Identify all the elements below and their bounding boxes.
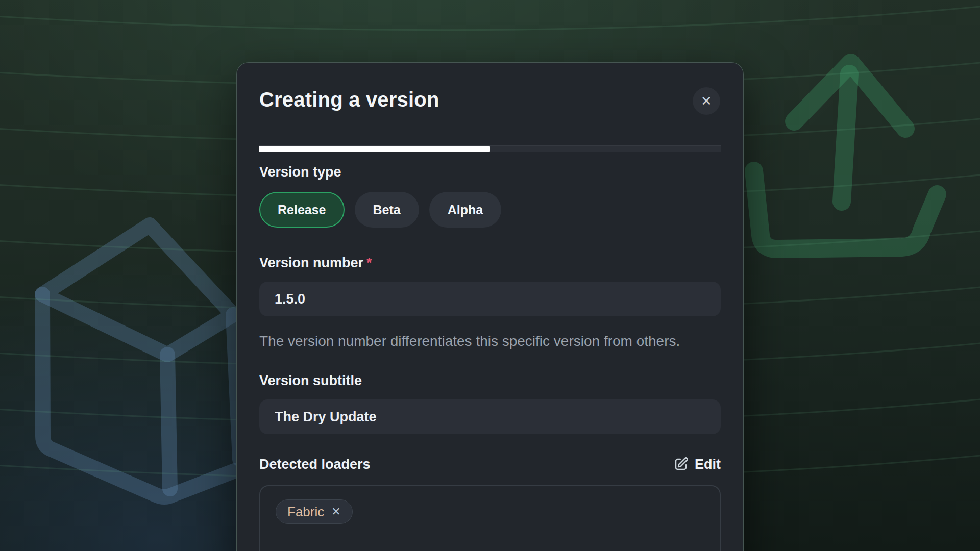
version-type-label: Version type (259, 163, 721, 181)
modal-title: Creating a version (259, 86, 721, 113)
page-background: Creating a version ✕ Version type Releas… (0, 0, 980, 551)
upload-arrow-icon (754, 63, 937, 249)
version-type-alpha-button[interactable]: Alpha (429, 192, 501, 228)
version-subtitle-input[interactable] (259, 399, 721, 434)
detected-loaders-row: Detected loaders Edit (259, 456, 721, 473)
edit-pencil-square-icon (673, 457, 689, 472)
detected-loaders-box: Fabric ✕ (259, 485, 721, 551)
edit-loaders-button[interactable]: Edit (673, 457, 721, 472)
create-version-modal: Creating a version ✕ Version type Releas… (236, 62, 744, 551)
version-type-beta-button[interactable]: Beta (355, 192, 419, 228)
version-type-release-button[interactable]: Release (259, 192, 345, 228)
version-number-help-text: The version number differentiates this s… (259, 330, 698, 353)
close-icon: ✕ (701, 94, 712, 108)
loader-chip-label: Fabric (287, 504, 324, 520)
detected-loaders-label: Detected loaders (259, 456, 371, 473)
x-icon: ✕ (331, 505, 340, 518)
version-subtitle-label: Version subtitle (259, 372, 721, 389)
close-button[interactable]: ✕ (693, 87, 720, 115)
modal-header: Creating a version ✕ (237, 63, 743, 152)
remove-loader-button[interactable]: ✕ (331, 506, 340, 517)
required-asterisk: * (366, 255, 372, 270)
loader-chip-fabric: Fabric ✕ (276, 499, 353, 524)
version-number-input[interactable] (259, 282, 721, 316)
edit-button-label: Edit (695, 457, 721, 472)
creation-progress-track (259, 145, 721, 152)
creation-progress-fill (259, 146, 490, 152)
version-type-options: Release Beta Alpha (259, 192, 721, 228)
modal-body: Version type Release Beta Alpha Version … (237, 163, 743, 551)
version-number-label: Version number* (259, 254, 721, 271)
